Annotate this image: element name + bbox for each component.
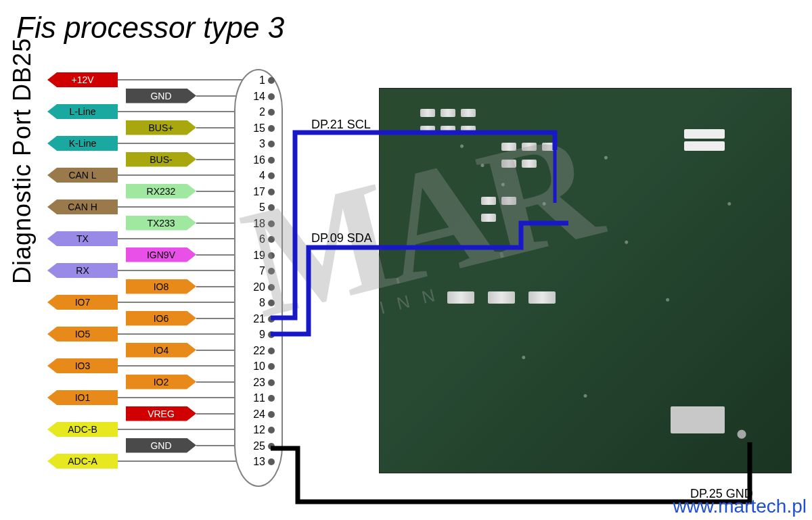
pin-25: 25 (249, 440, 275, 452)
pin-21: 21 (249, 313, 275, 325)
pin-dot-icon (268, 348, 275, 354)
pin-dot-icon (268, 189, 275, 195)
pin-dot-icon (268, 252, 275, 259)
signal-tag-io4: IO4 (126, 343, 196, 358)
pin-2: 2 (249, 106, 275, 118)
pin-11: 11 (249, 392, 275, 404)
pin-20: 20 (249, 281, 275, 293)
pin-number: 15 (249, 122, 265, 135)
signal-tag-io7: IO7 (47, 295, 118, 310)
signal-tag-l-line: L-Line (47, 104, 118, 119)
trace-label-sda: DP.09 SDA (311, 231, 372, 245)
signal-tag-bus+: BUS+ (126, 120, 196, 135)
pin-dot-icon (268, 379, 275, 386)
pin-16: 16 (249, 154, 275, 166)
pin-dot-icon (268, 395, 275, 402)
pin-number: 19 (249, 250, 265, 262)
pin-dot-icon (268, 172, 275, 179)
pin-number: 2 (249, 106, 265, 118)
pin-22: 22 (249, 345, 275, 357)
pin-number: 25 (249, 440, 265, 452)
pin-number: 22 (249, 345, 265, 357)
pin-dot-icon (268, 220, 275, 227)
pin-10: 10 (249, 360, 275, 373)
pin-dot-icon (268, 411, 275, 418)
port-label: Diagnostic Port DB25 (8, 38, 37, 284)
pin-dot-icon (268, 157, 275, 164)
pin-dot-icon (268, 331, 275, 338)
pin-number: 9 (249, 329, 265, 341)
pin-4: 4 (249, 170, 275, 182)
pin-dot-icon (268, 458, 275, 465)
pin-number: 20 (249, 281, 265, 293)
signal-tag-tx: TX (47, 231, 118, 246)
pin-12: 12 (249, 424, 275, 436)
pin-number: 18 (249, 218, 265, 230)
pin-dot-icon (268, 77, 275, 84)
pin-14: 14 (249, 91, 275, 103)
pin-number: 3 (249, 138, 265, 150)
signal-tag-io3: IO3 (47, 358, 118, 373)
pin-number: 11 (249, 392, 265, 404)
signal-tag-can-l: CAN L (47, 168, 118, 183)
pin-number: 13 (249, 456, 265, 468)
pin-8: 8 (249, 297, 275, 309)
pin-3: 3 (249, 138, 275, 150)
signal-tag-io8: IO8 (126, 279, 196, 294)
pin-number: 4 (249, 170, 265, 182)
signal-tag-can-h: CAN H (47, 199, 118, 214)
pin-number: 16 (249, 154, 265, 166)
pin-number: 12 (249, 424, 265, 436)
pin-number: 7 (249, 265, 265, 277)
signal-tag-io5: IO5 (47, 327, 118, 341)
signal-tag-+12v: +12V (47, 72, 118, 87)
pin-number: 6 (249, 233, 265, 245)
signal-tag-k-line: K-Line (47, 136, 118, 151)
pin-number: 23 (249, 377, 265, 389)
pin-13: 13 (249, 456, 275, 468)
pin-dot-icon (268, 109, 275, 116)
pin-dot-icon (268, 93, 275, 100)
signal-tag-bus-: BUS- (126, 152, 196, 167)
signal-tag-io1: IO1 (47, 390, 118, 405)
pin-number: 24 (249, 408, 265, 421)
pin-number: 17 (249, 186, 265, 198)
pin-23: 23 (249, 377, 275, 389)
pin-number: 5 (249, 202, 265, 214)
pcb-photo (379, 88, 792, 473)
signal-tag-io2: IO2 (126, 375, 196, 389)
signal-tag-ign9v: IGN9V (126, 247, 196, 262)
pin-19: 19 (249, 250, 275, 262)
pin-24: 24 (249, 408, 275, 421)
signal-tag-rx: RX (47, 263, 118, 278)
signal-tag-rx232: RX232 (126, 184, 196, 199)
pin-dot-icon (268, 427, 275, 433)
pin-17: 17 (249, 186, 275, 198)
pin-1: 1 (249, 74, 275, 87)
signal-tag-vreg: VREG (126, 406, 196, 421)
pin-dot-icon (268, 363, 275, 370)
pin-dot-icon (268, 268, 275, 275)
pin-15: 15 (249, 122, 275, 135)
signal-tag-io6: IO6 (126, 311, 196, 326)
pin-number: 8 (249, 297, 265, 309)
signal-tag-gnd: GND (126, 438, 196, 453)
pin-dot-icon (268, 141, 275, 147)
signal-tag-adc-a: ADC-A (47, 454, 118, 469)
source-url: www.martech.pl (673, 496, 807, 517)
signal-tag-gnd: GND (126, 89, 196, 103)
pin-number: 1 (249, 74, 265, 87)
page-title: Fis processor type 3 (16, 11, 284, 45)
signal-tag-adc-b: ADC-B (47, 422, 118, 437)
pin-dot-icon (268, 316, 275, 323)
pin-dot-icon (268, 204, 275, 211)
pin-dot-icon (268, 300, 275, 306)
pin-dot-icon (268, 236, 275, 243)
trace-label-scl: DP.21 SCL (311, 118, 371, 132)
pin-number: 10 (249, 360, 265, 373)
pin-number: 21 (249, 313, 265, 325)
signal-tag-tx233: TX233 (126, 216, 196, 231)
pin-number: 14 (249, 91, 265, 103)
pin-dot-icon (268, 443, 275, 450)
pin-18: 18 (249, 218, 275, 230)
